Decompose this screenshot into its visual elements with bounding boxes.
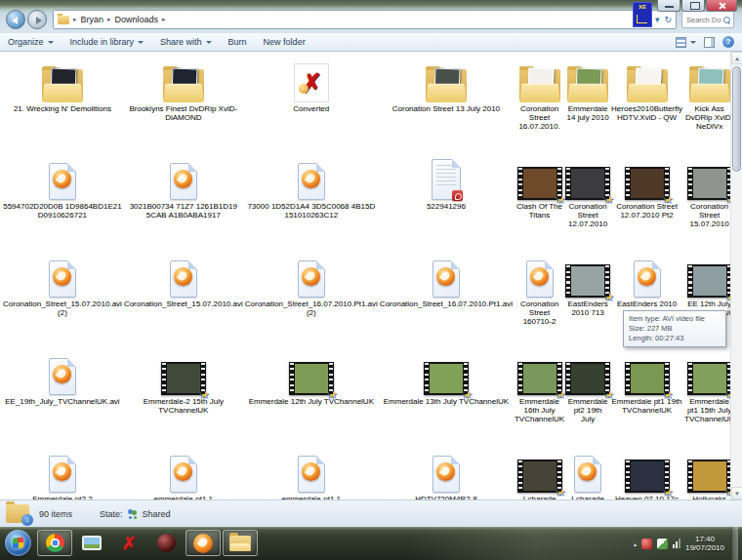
title-bar: ▸ Bryan ▸ Downloads ▸ ▾ ↻ xyxy=(0,0,742,33)
file-item[interactable]: Brooklyns Finest DvDRip XviD-DiAMOND xyxy=(123,52,244,149)
minimize-button[interactable] xyxy=(657,0,680,12)
file-item[interactable]: Coronation_Street_16.07.2010.Pt1.avi xyxy=(379,247,514,344)
tray-expand-icon[interactable]: ▴ xyxy=(634,540,637,547)
taskbar-photo-viewer-button[interactable] xyxy=(74,530,109,556)
file-item[interactable]: Coronation Street 16.07.2010. Part1 xyxy=(514,52,565,149)
scrollbar-thumb[interactable] xyxy=(732,66,741,172)
search-input[interactable] xyxy=(684,15,723,25)
file-item[interactable]: Coronation_Street_16.07.2010.Pt1.avi (2) xyxy=(244,247,379,344)
file-grid: 21. Wrecking N' DemolitionsBrooklyns Fin… xyxy=(2,52,729,500)
file-item[interactable]: ★Coronation Street 15.07.2010 xyxy=(683,149,735,247)
file-item[interactable]: ✗Converted xyxy=(244,52,379,149)
file-item[interactable]: emmerdale-pt1 1 xyxy=(123,442,244,500)
state-label: State: xyxy=(100,509,123,519)
include-in-library-button[interactable]: Include in library xyxy=(70,37,144,47)
file-item[interactable]: Kick Ass DvDRip XviD-NeDiVx xyxy=(683,52,735,149)
breadcrumb-bryan[interactable]: Bryan xyxy=(81,15,104,24)
refresh-icon[interactable]: ↻ xyxy=(664,15,672,24)
preview-pane-icon[interactable] xyxy=(704,37,715,48)
clock[interactable]: 17:40 19/07/2010 xyxy=(685,535,724,552)
file-item[interactable]: ★Emmerdale pt1 19th TVChannelUK xyxy=(610,344,683,442)
close-button[interactable] xyxy=(706,0,737,12)
file-item[interactable]: ★I-charade 0710-1 xyxy=(514,442,565,500)
flame-orb-icon xyxy=(53,170,71,188)
file-item[interactable]: 5594702D20D0B 1D9864BD1E21 D0910626721 xyxy=(2,149,123,247)
taskbar-redx-app-button[interactable]: ✗ xyxy=(111,530,146,556)
share-with-button[interactable]: Share with xyxy=(160,37,212,47)
file-item[interactable]: EE_19th_July_TVChannelUK.avi xyxy=(2,344,123,442)
items-count: 90 items xyxy=(39,509,72,519)
scroll-up-icon[interactable]: ▲ xyxy=(731,52,742,64)
burn-button[interactable]: Burn xyxy=(228,37,247,47)
change-view-button[interactable] xyxy=(676,37,696,48)
file-item[interactable]: 21. Wrecking N' Demolitions xyxy=(2,52,123,149)
file-label: Brooklyns Finest DvDRip XviD-DiAMOND xyxy=(123,102,244,122)
file-item[interactable]: ★Hollyoaks 11th xyxy=(683,442,735,500)
tray-app-icon[interactable] xyxy=(657,539,668,549)
address-dropdown-icon[interactable]: ▾ xyxy=(655,15,660,24)
file-item[interactable]: Coronation Street 160710-2 xyxy=(514,247,565,344)
file-item[interactable]: Heroes2010Butterfly HDTV.XviD - QW xyxy=(610,52,683,149)
folder-icon xyxy=(517,65,562,102)
torrent-file-icon xyxy=(298,260,325,298)
organize-button[interactable]: Organize xyxy=(8,37,54,47)
file-label: Coronation_Street_16.07.2010.Pt1.avi xyxy=(379,298,514,308)
flame-orb-icon xyxy=(193,534,213,553)
scroll-down-icon[interactable]: ▼ xyxy=(731,487,742,500)
file-item[interactable]: ★EastEnders 2010 713 xyxy=(565,247,610,344)
star-overlay-icon: ★ xyxy=(603,291,614,302)
file-item[interactable]: 522941296 xyxy=(379,149,514,247)
file-item[interactable]: HDTV720M4R2-8 xyxy=(379,442,514,500)
file-item[interactable]: ★Emmerdale-2 15th July TVChannelUK xyxy=(123,344,244,442)
file-item[interactable]: ★Emmerdale pt2 19th July xyxy=(565,344,610,442)
folder-icon xyxy=(40,65,85,102)
breadcrumb-downloads[interactable]: Downloads xyxy=(115,15,159,24)
file-item[interactable]: emmerdale-pt1 1 xyxy=(244,442,379,500)
file-item[interactable]: ★Clash Of The Titans xyxy=(514,149,565,247)
tray-antivirus-icon[interactable] xyxy=(641,539,652,549)
taskbar-torrent-app-button[interactable] xyxy=(186,530,221,556)
back-button[interactable] xyxy=(6,10,25,29)
file-item[interactable]: 73000 1D52D1A4 3D5C0068 4B15D 151010263C… xyxy=(244,149,379,247)
file-item[interactable]: ★Emmerdale 16th July TVChannelUK xyxy=(514,344,565,442)
maximize-button[interactable] xyxy=(681,0,705,12)
file-label: Heroes2010Butterfly HDTV.XviD - QW xyxy=(610,102,683,122)
burn-label: Burn xyxy=(228,37,247,47)
file-item[interactable]: ★Emmerdale 12th July TVChannelUK xyxy=(244,344,379,442)
pdf-badge-icon xyxy=(452,190,463,201)
torrent-file-icon xyxy=(298,163,325,200)
file-item[interactable]: ★Coronation Street 12.07.2010 Pt2 xyxy=(610,149,683,247)
video-file-icon: ★ xyxy=(625,362,670,395)
new-folder-button[interactable]: New folder xyxy=(264,37,306,47)
start-button[interactable] xyxy=(5,530,31,556)
taskbar-explorer-button[interactable] xyxy=(223,530,258,556)
video-file-icon: ★ xyxy=(424,362,469,395)
file-item[interactable]: Coronation_Street_15.07.2010.avi (2) xyxy=(2,247,123,344)
file-item[interactable]: Emmerdale-pt2 2 xyxy=(2,442,123,500)
file-item[interactable]: Emmerdale 14 july 2010 xyxy=(565,52,610,149)
file-item[interactable]: Coronation Street 13 July 2010 xyxy=(379,52,514,149)
forward-arrow-icon xyxy=(36,17,42,24)
file-item[interactable]: Coronation_Street_15.07.2010.avi xyxy=(123,247,244,344)
search-box[interactable] xyxy=(681,11,734,28)
folder-icon xyxy=(625,65,670,102)
file-item[interactable]: I-charade 40810 xyxy=(565,442,610,500)
forward-button[interactable] xyxy=(27,10,47,29)
file-item[interactable]: ★Coronation Street 12.07.2010 Pt1 xyxy=(565,149,610,247)
file-item[interactable]: ★Heaven 07.10.17c xyxy=(610,442,683,500)
star-overlay-icon: ★ xyxy=(603,193,614,205)
show-desktop-button[interactable] xyxy=(731,527,738,560)
file-item[interactable]: ★Emmerdale 13th July TVChannelUK xyxy=(379,344,514,442)
taskbar-chrome-button[interactable] xyxy=(37,530,72,556)
file-item[interactable]: 3021B00734 71Z7 1261B1D19 5CAB A1B0ABA19… xyxy=(123,149,244,247)
file-label: Kick Ass DvDRip XviD-NeDiVx xyxy=(683,102,735,131)
xe-gadget[interactable]: XE xyxy=(633,2,652,27)
file-item[interactable]: ★Emmerdale pt1 15th July TVChannelUK xyxy=(683,344,735,442)
torrent-file-icon xyxy=(634,260,661,298)
network-icon[interactable] xyxy=(673,539,680,548)
taskbar-media-app-button[interactable] xyxy=(148,530,184,556)
help-icon[interactable]: ? xyxy=(722,36,734,48)
file-list-view: 21. Wrecking N' DemolitionsBrooklyns Fin… xyxy=(0,52,742,500)
scrollbar[interactable]: ▲ ▼ xyxy=(730,52,742,500)
address-bar[interactable]: ▸ Bryan ▸ Downloads ▸ ▾ ↻ xyxy=(53,10,677,29)
